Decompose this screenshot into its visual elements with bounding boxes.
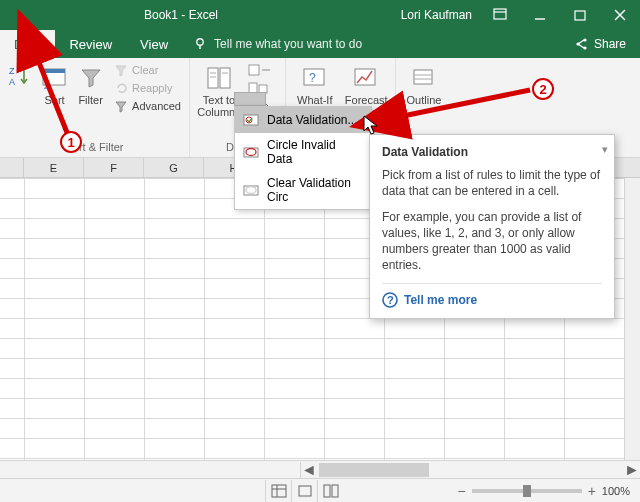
svg-rect-22	[249, 65, 259, 75]
zoom-out-button[interactable]: −	[457, 483, 465, 499]
svg-rect-38	[332, 485, 338, 497]
svg-rect-33	[272, 485, 286, 497]
menu-item-clear-circles[interactable]: Clear Validation Circ	[235, 171, 371, 209]
scroll-thumb[interactable]	[319, 463, 429, 477]
ribbon-group-sort-filter: ZA AZ Sort Filter Clear	[0, 58, 190, 157]
filter-label: Filter	[78, 94, 102, 106]
callout-1: 1	[60, 131, 82, 153]
data-validation-split-button-pressed[interactable]	[234, 92, 266, 106]
share-button[interactable]: Share	[561, 30, 640, 58]
svg-text:?: ?	[387, 294, 394, 306]
menu-item-data-validation-label: Data Validation...	[267, 113, 358, 127]
sort-filter-group-label: Sort & Filter	[0, 141, 189, 157]
menu-item-circle-invalid-label: Circle Invalid Data	[267, 138, 363, 166]
page-layout-view-button[interactable]	[291, 480, 317, 502]
tooltip-title: Data Validation	[382, 145, 602, 159]
svg-rect-3	[575, 11, 585, 20]
clear-filter-button[interactable]: Clear	[112, 62, 183, 78]
sort-button[interactable]: AZ Sort	[40, 62, 69, 106]
text-to-columns-icon	[205, 64, 233, 92]
window-title: Book1 - Excel	[144, 8, 218, 22]
maximize-button[interactable]	[560, 0, 600, 30]
svg-rect-14	[43, 69, 65, 73]
svg-text:A: A	[9, 77, 15, 87]
filter-icon	[77, 64, 105, 92]
svg-rect-0	[494, 9, 506, 19]
tab-review[interactable]: Review	[55, 30, 126, 58]
flash-fill-button[interactable]	[248, 64, 272, 80]
page-break-view-button[interactable]	[317, 480, 343, 502]
col-E[interactable]: E	[24, 158, 84, 177]
reapply-button[interactable]: Reapply	[112, 80, 183, 96]
forecast-icon	[352, 64, 380, 92]
data-validation-menu: Data Validation... Circle Invalid Data C…	[234, 106, 372, 210]
col-G[interactable]: G	[144, 158, 204, 177]
menu-item-clear-circles-label: Clear Validation Circ	[267, 176, 363, 204]
mouse-cursor-icon	[363, 115, 381, 137]
svg-rect-18	[220, 68, 230, 88]
menu-item-data-validation[interactable]: Data Validation...	[235, 107, 371, 133]
user-name[interactable]: Lori Kaufman	[401, 8, 472, 22]
share-label: Share	[594, 37, 626, 51]
sort-az-button[interactable]: ZA	[6, 62, 34, 92]
svg-rect-36	[299, 486, 311, 496]
close-button[interactable]	[600, 0, 640, 30]
what-if-icon: ?	[301, 64, 329, 92]
normal-view-button[interactable]	[265, 480, 291, 502]
scroll-right-button[interactable]: ►	[624, 462, 640, 478]
horizontal-scrollbar[interactable]: ◄ ►	[0, 460, 640, 478]
tab-data[interactable]: Data	[0, 30, 55, 58]
svg-rect-30	[414, 70, 432, 84]
tab-view[interactable]: View	[126, 30, 182, 58]
status-bar: − + 100%	[0, 478, 640, 502]
sort-icon: AZ	[41, 64, 69, 92]
zoom-slider[interactable]	[472, 489, 582, 493]
help-icon: ?	[382, 292, 398, 308]
tell-me-search[interactable]: Tell me what you want to do	[194, 30, 362, 58]
col-F[interactable]: F	[84, 158, 144, 177]
outline-icon	[410, 64, 438, 92]
minimize-button[interactable]	[520, 0, 560, 30]
vertical-scrollbar[interactable]	[624, 178, 640, 476]
title-bar: Book1 - Excel Lori Kaufman	[0, 0, 640, 30]
svg-rect-17	[208, 68, 218, 88]
select-all-button[interactable]	[0, 158, 24, 177]
svg-point-6	[197, 39, 203, 45]
filter-button[interactable]: Filter	[75, 62, 106, 106]
svg-text:A: A	[44, 76, 49, 83]
tell-me-label: Tell me what you want to do	[214, 37, 362, 51]
sort-label: Sort	[44, 94, 64, 106]
advanced-filter-button[interactable]: Advanced	[112, 98, 183, 114]
svg-point-9	[583, 38, 586, 41]
scroll-left-button[interactable]: ◄	[301, 462, 317, 478]
svg-text:Z: Z	[9, 66, 15, 76]
tooltip-expand-icon[interactable]: ▾	[602, 143, 608, 156]
advanced-label: Advanced	[132, 100, 181, 112]
clear-label: Clear	[132, 64, 158, 76]
circle-invalid-icon	[243, 144, 259, 160]
sort-az-icon: ZA	[6, 64, 34, 92]
reapply-label: Reapply	[132, 82, 172, 94]
zoom-in-button[interactable]: +	[588, 483, 596, 499]
clear-circles-icon	[243, 182, 259, 198]
tooltip-data-validation: ▾ Data Validation Pick from a list of ru…	[369, 134, 615, 319]
outline-label: Outline	[407, 94, 442, 106]
svg-text:?: ?	[309, 71, 316, 85]
tooltip-more-label: Tell me more	[404, 293, 477, 307]
svg-text:Z: Z	[44, 83, 49, 90]
svg-point-8	[576, 42, 579, 45]
callout-2: 2	[532, 78, 554, 100]
ribbon-tabs: Data Review View Tell me what you want t…	[0, 30, 640, 58]
outline-button[interactable]: Outline	[402, 62, 446, 106]
data-validation-icon	[243, 112, 259, 128]
zoom-level[interactable]: 100%	[602, 485, 630, 497]
svg-rect-7	[199, 45, 201, 49]
svg-point-10	[583, 46, 586, 49]
tooltip-paragraph-1: Pick from a list of rules to limit the t…	[382, 167, 602, 199]
ribbon-options-button[interactable]	[480, 0, 520, 30]
tooltip-paragraph-2: For example, you can provide a list of v…	[382, 209, 602, 273]
svg-rect-37	[324, 485, 330, 497]
tooltip-tell-me-more[interactable]: ? Tell me more	[382, 283, 602, 308]
menu-item-circle-invalid[interactable]: Circle Invalid Data	[235, 133, 371, 171]
